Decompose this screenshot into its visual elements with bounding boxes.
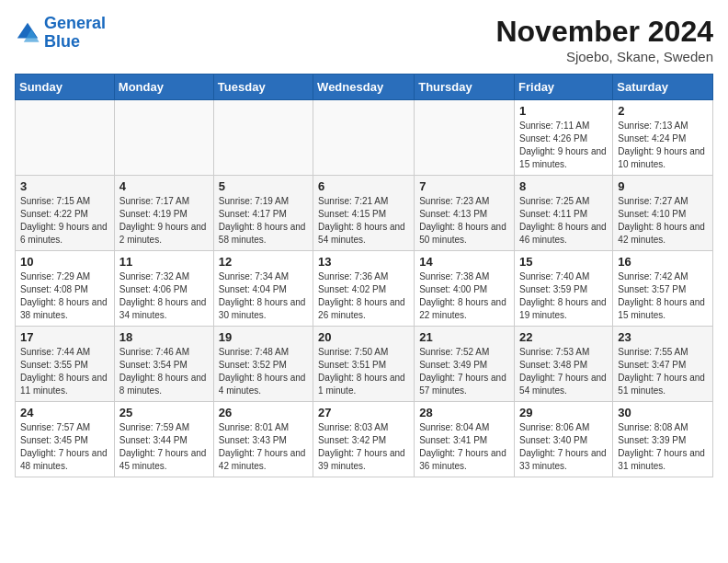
day-info: Sunrise: 7:17 AM Sunset: 4:19 PM Dayligh… (119, 195, 209, 247)
day-info: Sunrise: 8:04 AM Sunset: 3:41 PM Dayligh… (419, 421, 509, 473)
day-info: Sunrise: 7:57 AM Sunset: 3:45 PM Dayligh… (20, 421, 109, 473)
location: Sjoebo, Skane, Sweden (495, 49, 713, 64)
day-header-friday: Friday (515, 75, 613, 100)
calendar-week-3: 10Sunrise: 7:29 AM Sunset: 4:08 PM Dayli… (16, 251, 713, 327)
day-number: 29 (519, 406, 608, 419)
day-header-wednesday: Wednesday (313, 75, 415, 100)
day-header-saturday: Saturday (613, 75, 713, 100)
calendar-cell: 14Sunrise: 7:38 AM Sunset: 4:00 PM Dayli… (415, 251, 515, 327)
day-number: 20 (318, 330, 409, 344)
calendar-cell: 20Sunrise: 7:50 AM Sunset: 3:51 PM Dayli… (313, 327, 415, 402)
day-number: 16 (618, 255, 708, 269)
calendar-cell: 24Sunrise: 7:57 AM Sunset: 3:45 PM Dayli… (16, 402, 115, 477)
day-number: 15 (519, 255, 608, 269)
day-info: Sunrise: 8:01 AM Sunset: 3:43 PM Dayligh… (219, 421, 308, 473)
day-number: 22 (519, 330, 608, 344)
calendar-cell: 17Sunrise: 7:44 AM Sunset: 3:55 PM Dayli… (16, 327, 115, 402)
day-info: Sunrise: 7:48 AM Sunset: 3:52 PM Dayligh… (219, 346, 308, 397)
calendar-cell: 16Sunrise: 7:42 AM Sunset: 3:57 PM Dayli… (613, 251, 713, 327)
day-number: 2 (618, 104, 708, 118)
calendar-cell: 29Sunrise: 8:06 AM Sunset: 3:40 PM Dayli… (515, 402, 613, 477)
day-info: Sunrise: 7:50 AM Sunset: 3:51 PM Dayligh… (318, 346, 409, 397)
day-number: 27 (318, 406, 409, 419)
day-number: 24 (20, 406, 109, 419)
calendar-cell: 6Sunrise: 7:21 AM Sunset: 4:15 PM Daylig… (313, 176, 415, 251)
day-info: Sunrise: 7:15 AM Sunset: 4:22 PM Dayligh… (20, 195, 109, 247)
calendar-cell: 18Sunrise: 7:46 AM Sunset: 3:54 PM Dayli… (114, 327, 213, 402)
day-info: Sunrise: 7:25 AM Sunset: 4:11 PM Dayligh… (519, 195, 608, 247)
calendar-week-4: 17Sunrise: 7:44 AM Sunset: 3:55 PM Dayli… (16, 327, 713, 402)
calendar-cell: 9Sunrise: 7:27 AM Sunset: 4:10 PM Daylig… (613, 176, 713, 251)
calendar-cell (114, 100, 213, 176)
day-number: 26 (219, 406, 308, 419)
day-info: Sunrise: 7:21 AM Sunset: 4:15 PM Dayligh… (318, 195, 409, 247)
day-header-sunday: Sunday (16, 75, 115, 100)
calendar-cell (213, 100, 313, 176)
day-info: Sunrise: 7:27 AM Sunset: 4:10 PM Dayligh… (618, 195, 708, 247)
day-info: Sunrise: 7:52 AM Sunset: 3:49 PM Dayligh… (419, 346, 509, 397)
calendar-week-5: 24Sunrise: 7:57 AM Sunset: 3:45 PM Dayli… (16, 402, 713, 477)
logo-text: GeneralBlue (44, 15, 106, 52)
day-number: 8 (519, 179, 608, 193)
calendar-cell: 2Sunrise: 7:13 AM Sunset: 4:24 PM Daylig… (613, 100, 713, 176)
calendar-cell: 3Sunrise: 7:15 AM Sunset: 4:22 PM Daylig… (16, 176, 115, 251)
day-number: 7 (419, 179, 509, 193)
day-number: 10 (20, 255, 109, 269)
day-info: Sunrise: 7:34 AM Sunset: 4:04 PM Dayligh… (219, 270, 308, 322)
calendar: SundayMondayTuesdayWednesdayThursdayFrid… (15, 74, 713, 477)
day-info: Sunrise: 7:42 AM Sunset: 3:57 PM Dayligh… (618, 270, 708, 322)
day-header-thursday: Thursday (415, 75, 515, 100)
calendar-cell: 1Sunrise: 7:11 AM Sunset: 4:26 PM Daylig… (515, 100, 613, 176)
day-info: Sunrise: 7:29 AM Sunset: 4:08 PM Dayligh… (20, 270, 109, 322)
logo-icon (15, 20, 40, 46)
calendar-cell: 25Sunrise: 7:59 AM Sunset: 3:44 PM Dayli… (114, 402, 213, 477)
day-number: 19 (219, 330, 308, 344)
calendar-cell: 5Sunrise: 7:19 AM Sunset: 4:17 PM Daylig… (213, 176, 313, 251)
calendar-cell: 30Sunrise: 8:08 AM Sunset: 3:39 PM Dayli… (613, 402, 713, 477)
month-title: November 2024 (495, 15, 713, 49)
calendar-cell: 21Sunrise: 7:52 AM Sunset: 3:49 PM Dayli… (415, 327, 515, 402)
day-info: Sunrise: 7:40 AM Sunset: 3:59 PM Dayligh… (519, 270, 608, 322)
day-info: Sunrise: 7:11 AM Sunset: 4:26 PM Dayligh… (519, 120, 608, 171)
day-number: 14 (419, 255, 509, 269)
day-number: 21 (419, 330, 509, 344)
calendar-cell: 13Sunrise: 7:36 AM Sunset: 4:02 PM Dayli… (313, 251, 415, 327)
calendar-cell: 12Sunrise: 7:34 AM Sunset: 4:04 PM Dayli… (213, 251, 313, 327)
day-info: Sunrise: 7:32 AM Sunset: 4:06 PM Dayligh… (119, 270, 209, 322)
day-info: Sunrise: 7:13 AM Sunset: 4:24 PM Dayligh… (618, 120, 708, 171)
day-number: 25 (119, 406, 209, 419)
day-info: Sunrise: 7:53 AM Sunset: 3:48 PM Dayligh… (519, 346, 608, 397)
calendar-cell: 10Sunrise: 7:29 AM Sunset: 4:08 PM Dayli… (16, 251, 115, 327)
calendar-cell (16, 100, 115, 176)
day-number: 28 (419, 406, 509, 419)
calendar-cell: 26Sunrise: 8:01 AM Sunset: 3:43 PM Dayli… (213, 402, 313, 477)
calendar-cell: 7Sunrise: 7:23 AM Sunset: 4:13 PM Daylig… (415, 176, 515, 251)
day-number: 3 (20, 179, 109, 193)
calendar-cell: 15Sunrise: 7:40 AM Sunset: 3:59 PM Dayli… (515, 251, 613, 327)
day-info: Sunrise: 7:19 AM Sunset: 4:17 PM Dayligh… (219, 195, 308, 247)
day-info: Sunrise: 8:03 AM Sunset: 3:42 PM Dayligh… (318, 421, 409, 473)
page-header: GeneralBlue November 2024 Sjoebo, Skane,… (15, 15, 713, 64)
day-number: 11 (119, 255, 209, 269)
day-number: 30 (618, 406, 708, 419)
logo: GeneralBlue (15, 15, 106, 52)
day-number: 1 (519, 104, 608, 118)
calendar-cell: 28Sunrise: 8:04 AM Sunset: 3:41 PM Dayli… (415, 402, 515, 477)
day-info: Sunrise: 7:59 AM Sunset: 3:44 PM Dayligh… (119, 421, 209, 473)
day-header-monday: Monday (114, 75, 213, 100)
day-number: 6 (318, 179, 409, 193)
calendar-cell: 11Sunrise: 7:32 AM Sunset: 4:06 PM Dayli… (114, 251, 213, 327)
calendar-week-2: 3Sunrise: 7:15 AM Sunset: 4:22 PM Daylig… (16, 176, 713, 251)
day-number: 9 (618, 179, 708, 193)
day-header-tuesday: Tuesday (213, 75, 313, 100)
calendar-cell (415, 100, 515, 176)
day-number: 4 (119, 179, 209, 193)
calendar-cell: 4Sunrise: 7:17 AM Sunset: 4:19 PM Daylig… (114, 176, 213, 251)
day-info: Sunrise: 7:44 AM Sunset: 3:55 PM Dayligh… (20, 346, 109, 397)
calendar-header-row: SundayMondayTuesdayWednesdayThursdayFrid… (16, 75, 713, 100)
calendar-week-1: 1Sunrise: 7:11 AM Sunset: 4:26 PM Daylig… (16, 100, 713, 176)
day-number: 13 (318, 255, 409, 269)
day-number: 5 (219, 179, 308, 193)
day-number: 17 (20, 330, 109, 344)
day-info: Sunrise: 7:23 AM Sunset: 4:13 PM Dayligh… (419, 195, 509, 247)
